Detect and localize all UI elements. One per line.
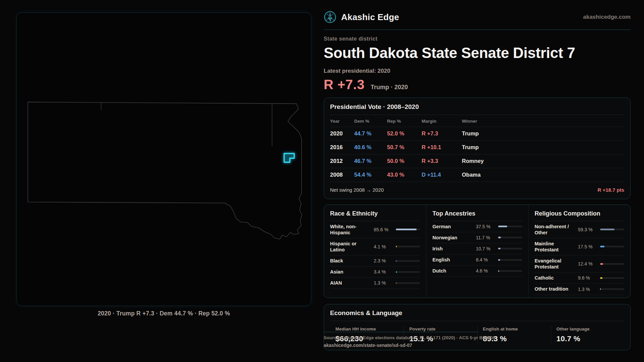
bar-track bbox=[498, 248, 522, 249]
header-divider bbox=[324, 29, 631, 30]
bar-track bbox=[600, 263, 624, 265]
stat-label: English at home bbox=[483, 326, 551, 331]
row-value: 1.3 % bbox=[374, 280, 393, 286]
ancestries-panel: Top Ancestries German 37.5 % Norwegian 1… bbox=[426, 205, 528, 298]
economics-divider bbox=[330, 321, 624, 321]
bar-track bbox=[396, 246, 420, 247]
col-dem: Dem % bbox=[354, 119, 387, 124]
margin-cell: R +7.3 bbox=[422, 130, 462, 137]
permalink[interactable]: akashicedge.com/state-senate/sd-sd-07 bbox=[324, 343, 412, 348]
row-label: Catholic bbox=[535, 275, 575, 281]
ancestries-panel-title: Top Ancestries bbox=[432, 210, 522, 221]
headline-margin-block: R +7.3 Trump · 2020 bbox=[324, 77, 631, 92]
vote-row-2008: 2008 54.4 % 43.0 % D +11.4 Obama bbox=[330, 168, 624, 182]
headline-margin: R +7.3 bbox=[324, 77, 365, 92]
bar-track bbox=[600, 246, 624, 247]
dem-cell: 44.7 % bbox=[354, 130, 387, 137]
row-label: Other tradition bbox=[535, 286, 575, 292]
row-value: 1.3 % bbox=[578, 287, 597, 292]
row-label: German bbox=[432, 224, 473, 230]
bar-track bbox=[498, 237, 522, 238]
bar-track bbox=[600, 277, 624, 279]
bar-track bbox=[396, 229, 420, 230]
bar-black bbox=[396, 260, 396, 262]
religion-panel: Religious Composition Non-adherent / Oth… bbox=[528, 205, 630, 298]
row-label: Hispanic or Latino bbox=[330, 241, 371, 253]
row-value: 85.6 % bbox=[374, 227, 393, 232]
ancestry-row-norwegian: Norwegian 11.7 % bbox=[432, 232, 522, 243]
row-value: 12.4 % bbox=[578, 261, 597, 266]
stat-label: Other language bbox=[556, 326, 624, 331]
row-label: Dutch bbox=[432, 268, 473, 274]
latest-presidential-label: Latest presidential: 2020 bbox=[324, 68, 631, 74]
page-title: South Dakota State Senate District 7 bbox=[324, 45, 631, 62]
row-label: Non-adherent / Other bbox=[535, 224, 575, 236]
vote-table-header: Year Dem % Rep % Margin Winner bbox=[330, 115, 624, 127]
bar-track bbox=[600, 288, 624, 290]
dem-cell: 54.4 % bbox=[354, 172, 387, 178]
bar-irish bbox=[498, 248, 501, 249]
religion-row-evangelical: Evangelical Protestant 12.4 % bbox=[535, 255, 624, 273]
report-column: Akashic Edge akashicedge.com State senat… bbox=[324, 0, 631, 350]
row-label: Norwegian bbox=[432, 235, 473, 241]
bar-norwegian bbox=[498, 237, 501, 238]
district-highlight bbox=[284, 154, 294, 162]
rep-cell: 52.0 % bbox=[387, 130, 422, 137]
race-row-black: Black 2.3 % bbox=[330, 255, 420, 266]
ancestry-row-english: English 8.4 % bbox=[432, 254, 522, 265]
race-panel-title: Race & Ethnicity bbox=[330, 210, 420, 221]
economics-card-title: Economics & Language bbox=[330, 309, 624, 317]
bar-dutch bbox=[498, 270, 499, 272]
rep-cell: 50.0 % bbox=[387, 158, 422, 164]
presidential-vote-card: Presidential Vote · 2008–2020 Year Dem %… bbox=[324, 98, 631, 199]
ancestry-row-dutch: Dutch 4.6 % bbox=[432, 265, 522, 277]
bar-track bbox=[600, 229, 624, 230]
row-value: 17.5 % bbox=[578, 244, 597, 249]
state-map bbox=[17, 13, 311, 306]
bar-track bbox=[396, 260, 420, 262]
dem-cell: 46.7 % bbox=[354, 158, 387, 164]
bar-white-non-hispanic bbox=[396, 229, 417, 230]
bar-english bbox=[498, 259, 500, 261]
net-swing-value: R +18.7 pts bbox=[597, 187, 624, 193]
row-value: 4.1 % bbox=[374, 244, 393, 249]
bar-track bbox=[498, 226, 522, 227]
row-value: 10.7 % bbox=[476, 246, 495, 251]
row-value: 3.4 % bbox=[374, 269, 393, 275]
net-swing-row: Net swing 2008 → 2020 R +18.7 pts bbox=[324, 182, 630, 194]
bar-catholic bbox=[600, 277, 602, 279]
ancestry-row-german: German 37.5 % bbox=[432, 221, 522, 232]
winner-cell: Trump bbox=[462, 130, 624, 137]
kicker: State senate district bbox=[324, 36, 631, 42]
religion-panel-title: Religious Composition bbox=[535, 210, 624, 221]
page-footer: Sources: Akashic Edge elections database… bbox=[324, 332, 631, 348]
row-label: Mainline Protestant bbox=[535, 241, 575, 253]
religion-row-nonadherent: Non-adherent / Other 59.3 % bbox=[535, 221, 624, 238]
col-rep: Rep % bbox=[387, 119, 422, 124]
race-row-aian: AIAN 1.3 % bbox=[330, 278, 420, 289]
row-value: 2.3 % bbox=[374, 258, 393, 263]
stat-label: Poverty rate bbox=[409, 326, 477, 331]
net-swing-label: Net swing 2008 → 2020 bbox=[330, 187, 384, 193]
brand-name: Akashic Edge bbox=[341, 12, 399, 22]
row-value: 59.3 % bbox=[578, 227, 597, 232]
sources-line: Sources: Akashic Edge elections database… bbox=[324, 335, 631, 340]
demographics-card: Race & Ethnicity White, non-Hispanic 85.… bbox=[324, 204, 631, 298]
rep-cell: 43.0 % bbox=[387, 172, 422, 178]
bar-other-tradition bbox=[600, 288, 601, 290]
footer-divider bbox=[324, 332, 479, 332]
brand-logo-icon bbox=[324, 11, 336, 23]
row-label: Irish bbox=[432, 246, 473, 252]
brand-lockup: Akashic Edge bbox=[324, 11, 399, 23]
col-margin: Margin bbox=[422, 119, 462, 124]
bar-german bbox=[498, 226, 507, 227]
headline-sub: Trump · 2020 bbox=[371, 84, 408, 91]
row-value: 11.7 % bbox=[476, 235, 495, 240]
row-value: 37.5 % bbox=[476, 224, 495, 229]
bar-track bbox=[396, 282, 420, 284]
map-panel bbox=[16, 12, 311, 306]
row-label: Evangelical Protestant bbox=[535, 258, 575, 270]
state-outline bbox=[28, 102, 302, 239]
brand-domain-link[interactable]: akashicedge.com bbox=[583, 14, 631, 20]
year-cell: 2020 bbox=[330, 130, 354, 137]
